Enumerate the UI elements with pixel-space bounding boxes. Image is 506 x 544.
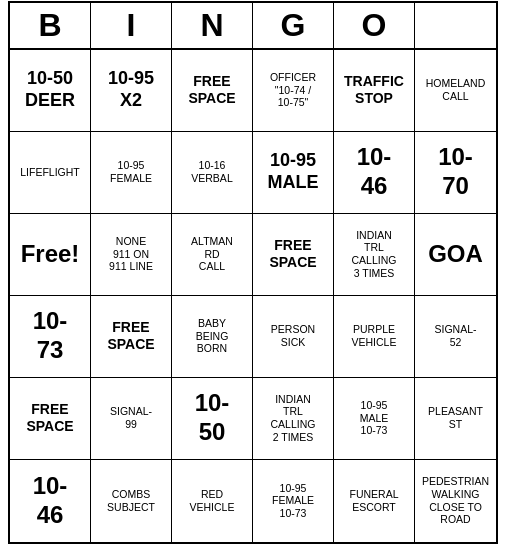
- bingo-cell-35: PEDESTRIANWALKINGCLOSE TOROAD: [415, 460, 496, 542]
- bingo-cell-14: ALTMANRDCALL: [172, 214, 253, 296]
- bingo-cell-22: PURPLEVEHICLE: [334, 296, 415, 378]
- header-letter-I: I: [91, 3, 172, 48]
- bingo-cell-16: INDIANTRLCALLING3 TIMES: [334, 214, 415, 296]
- bingo-cell-11: 10-70: [415, 132, 496, 214]
- bingo-cell-4: TRAFFICSTOP: [334, 50, 415, 132]
- bingo-cell-31: COMBSSUBJECT: [91, 460, 172, 542]
- bingo-cell-2: FREESPACE: [172, 50, 253, 132]
- bingo-cell-17: GOA: [415, 214, 496, 296]
- bingo-cell-33: 10-95FEMALE10-73: [253, 460, 334, 542]
- header-letter-N: N: [172, 3, 253, 48]
- bingo-cell-15: FREESPACE: [253, 214, 334, 296]
- bingo-header: BINGO: [10, 3, 496, 50]
- bingo-cell-32: REDVEHICLE: [172, 460, 253, 542]
- bingo-cell-13: NONE911 ON911 LINE: [91, 214, 172, 296]
- bingo-cell-26: 10-50: [172, 378, 253, 460]
- bingo-grid: 10-50DEER10-95X2FREESPACEOFFICER"10-74 /…: [10, 50, 496, 542]
- bingo-cell-27: INDIANTRLCALLING2 TIMES: [253, 378, 334, 460]
- bingo-cell-24: FREESPACE: [10, 378, 91, 460]
- bingo-cell-29: PLEASANTST: [415, 378, 496, 460]
- bingo-cell-9: 10-95MALE: [253, 132, 334, 214]
- bingo-cell-23: SIGNAL-52: [415, 296, 496, 378]
- bingo-cell-25: SIGNAL-99: [91, 378, 172, 460]
- header-letter-O: O: [334, 3, 415, 48]
- header-letter-B: B: [10, 3, 91, 48]
- bingo-cell-1: 10-95X2: [91, 50, 172, 132]
- bingo-cell-3: OFFICER"10-74 /10-75": [253, 50, 334, 132]
- bingo-cell-6: LIFEFLIGHT: [10, 132, 91, 214]
- bingo-cell-34: FUNERALESCORT: [334, 460, 415, 542]
- bingo-cell-10: 10-46: [334, 132, 415, 214]
- header-letter-G: G: [253, 3, 334, 48]
- bingo-cell-5: HOMELANDCALL: [415, 50, 496, 132]
- header-letter-empty: [415, 3, 496, 48]
- bingo-cell-30: 10-46: [10, 460, 91, 542]
- bingo-cell-21: PERSONSICK: [253, 296, 334, 378]
- bingo-cell-0: 10-50DEER: [10, 50, 91, 132]
- bingo-cell-28: 10-95MALE10-73: [334, 378, 415, 460]
- bingo-cell-7: 10-95FEMALE: [91, 132, 172, 214]
- bingo-cell-20: BABYBEINGBORN: [172, 296, 253, 378]
- bingo-cell-8: 10-16VERBAL: [172, 132, 253, 214]
- bingo-cell-19: FREESPACE: [91, 296, 172, 378]
- bingo-card: BINGO 10-50DEER10-95X2FREESPACEOFFICER"1…: [8, 1, 498, 544]
- bingo-cell-12: Free!: [10, 214, 91, 296]
- bingo-cell-18: 10-73: [10, 296, 91, 378]
